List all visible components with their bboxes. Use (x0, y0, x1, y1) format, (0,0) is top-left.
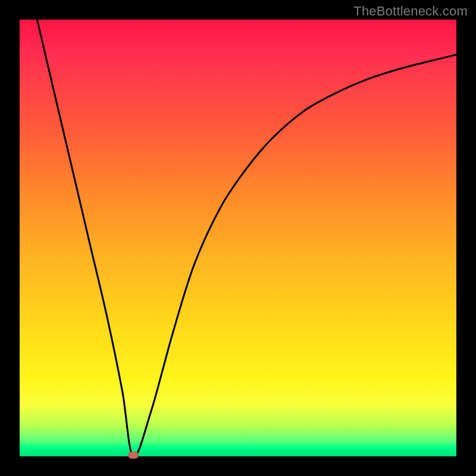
trough-marker (128, 452, 139, 459)
chart-container: TheBottleneck.com (0, 0, 476, 476)
watermark-text: TheBottleneck.com (353, 4, 468, 19)
bottleneck-curve (20, 20, 456, 456)
plot-area (20, 20, 456, 456)
